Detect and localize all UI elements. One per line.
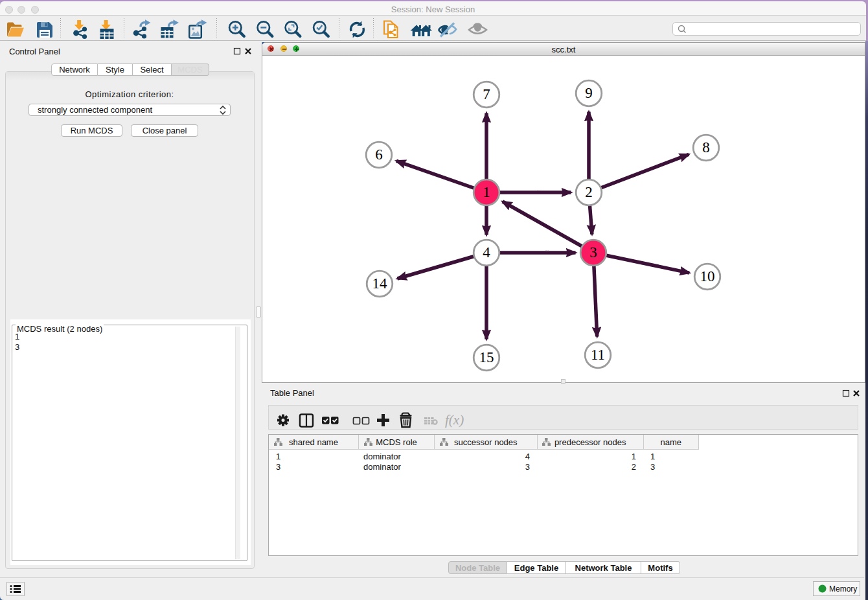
- svg-text:15: 15: [479, 349, 494, 365]
- svg-text:scc: scc: [537, 189, 541, 192]
- svg-text:3: 3: [589, 244, 597, 260]
- svg-text:9: 9: [585, 85, 593, 101]
- svg-text:8: 8: [702, 139, 710, 156]
- svg-text:6: 6: [375, 146, 383, 163]
- svg-text:1: 1: [483, 184, 490, 200]
- svg-text:scc: scc: [545, 249, 549, 252]
- svg-text:14: 14: [372, 275, 388, 292]
- svg-text:f(x): f(x): [445, 412, 464, 428]
- svg-text:10: 10: [700, 268, 715, 284]
- svg-text:2: 2: [585, 184, 593, 200]
- svg-text:4: 4: [483, 244, 490, 260]
- svg-text:7: 7: [483, 86, 490, 102]
- svg-text:11: 11: [591, 347, 605, 363]
